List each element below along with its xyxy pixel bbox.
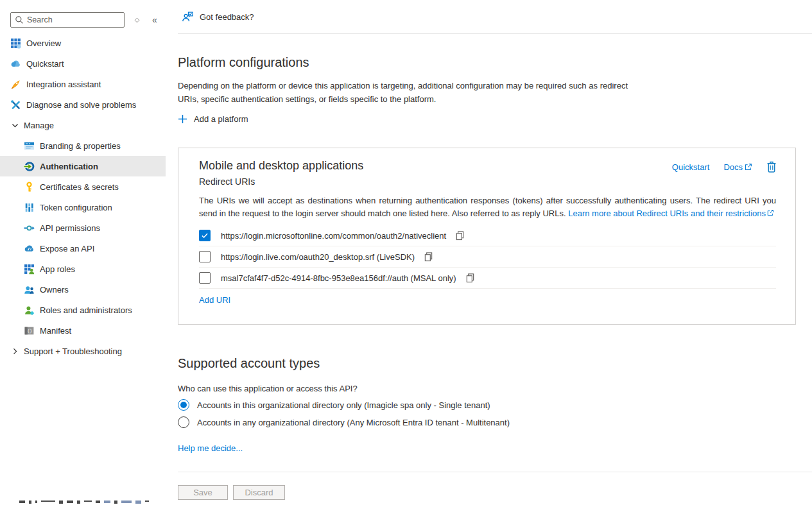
docs-link[interactable]: Docs (723, 162, 752, 172)
sidebar-item-diagnose[interactable]: Diagnose and solve problems (0, 94, 166, 115)
sidebar-item-label: App roles (40, 264, 75, 274)
command-bar: Got feedback? (178, 0, 812, 34)
sidebar-nav: Overview Quickstart Integration assistan… (0, 33, 166, 361)
docs-link-label: Docs (723, 162, 743, 172)
account-type-option-label: Accounts in this organizational director… (197, 400, 490, 410)
copy-icon[interactable] (455, 230, 465, 241)
delete-platform-trash-icon[interactable] (766, 161, 777, 173)
pin-diamond-icon[interactable] (134, 17, 141, 24)
plus-icon (178, 114, 187, 124)
sidebar-group-support[interactable]: Support + Troubleshooting (0, 341, 166, 361)
sidebar-item-roles-administrators[interactable]: Roles and administrators (0, 300, 166, 320)
sidebar-item-label: Diagnose and solve problems (26, 100, 136, 110)
account-type-option-label: Accounts in any organizational directory… (197, 418, 510, 427)
sidebar-item-api-permissions[interactable]: API permissions (0, 218, 166, 238)
add-platform-button[interactable]: Add a platform (178, 114, 248, 124)
add-uri-link[interactable]: Add URI (199, 295, 230, 305)
collapse-sidebar-icon[interactable]: « (152, 15, 157, 25)
sidebar-group-label: Support + Troubleshooting (24, 347, 122, 356)
mobile-desktop-applications-card: Mobile and desktop applications Redirect… (178, 148, 796, 325)
sidebar-item-label: Owners (40, 285, 69, 295)
learn-more-link[interactable]: Learn more about Redirect URIs and their… (568, 209, 766, 218)
redirect-uri-row: msal7cfaf4f7-d52c-4914-8fbc-953e8ea156df… (199, 268, 776, 289)
branding-icon (24, 141, 35, 151)
add-platform-label: Add a platform (194, 114, 248, 124)
redirect-uri-list: https://login.microsoftonline.com/common… (199, 225, 776, 289)
sidebar-item-label: Token configuration (40, 203, 112, 212)
supported-account-types-title: Supported account types (178, 356, 320, 371)
sidebar-item-overview[interactable]: Overview (0, 33, 166, 53)
copy-icon[interactable] (465, 273, 475, 283)
chevron-down-icon (10, 121, 19, 130)
sidebar-item-label: Authentication (40, 162, 98, 171)
sidebar: « Overview Quickstart Integration assist… (0, 0, 166, 505)
external-link-icon (766, 209, 774, 217)
sidebar-item-label: Overview (26, 39, 61, 48)
redirect-uri-value: https://login.microsoftonline.com/common… (221, 231, 446, 241)
card-title: Mobile and desktop applications (199, 159, 363, 173)
sidebar-item-label: Certificates & secrets (40, 182, 119, 192)
sidebar-item-token-configuration[interactable]: Token configuration (0, 197, 166, 218)
sidebar-item-quickstart[interactable]: Quickstart (0, 53, 166, 74)
help-me-decide-link[interactable]: Help me decide... (178, 443, 243, 453)
card-header-links: Quickstart Docs (672, 161, 777, 173)
got-feedback-label: Got feedback? (200, 12, 254, 22)
feedback-icon (182, 11, 194, 23)
redirect-uri-row: https://login.live.com/oauth20_desktop.s… (199, 246, 776, 268)
uri-checkbox-checked[interactable] (199, 230, 211, 241)
redirect-uri-row: https://login.microsoftonline.com/common… (199, 225, 776, 246)
sidebar-item-label: Roles and administrators (40, 305, 132, 315)
sidebar-item-branding[interactable]: Branding & properties (0, 135, 166, 156)
redirect-uris-description: The URIs we will accept as destinations … (199, 194, 776, 220)
search-input[interactable] (27, 15, 120, 24)
sidebar-item-expose-api[interactable]: Expose an API (0, 238, 166, 259)
platform-configurations-title: Platform configurations (178, 55, 309, 70)
footer-buttons: Save Discard (178, 485, 285, 500)
search-box[interactable] (10, 12, 125, 28)
footer-divider (178, 472, 812, 472)
manifest-icon: {} (24, 325, 35, 336)
discard-button[interactable]: Discard (233, 485, 285, 500)
clipped-text (19, 501, 149, 505)
sidebar-item-certificates[interactable]: Certificates & secrets (0, 176, 166, 197)
sidebar-item-label: Manifest (40, 326, 71, 336)
chevron-right-icon (10, 347, 19, 355)
sidebar-group-manage[interactable]: Manage (0, 115, 166, 135)
sidebar-item-integration-assistant[interactable]: Integration assistant (0, 74, 166, 94)
got-feedback-button[interactable]: Got feedback? (182, 11, 254, 23)
quickstart-link[interactable]: Quickstart (672, 162, 710, 172)
sidebar-item-app-roles[interactable]: App roles (0, 259, 166, 279)
svg-text:{}: {} (27, 329, 32, 334)
sidebar-item-label: Integration assistant (26, 80, 101, 89)
sidebar-item-owners[interactable]: Owners (0, 279, 166, 300)
radio-unselected[interactable] (178, 416, 189, 428)
owners-icon (24, 284, 35, 295)
copy-icon[interactable] (424, 252, 433, 262)
sidebar-item-label: Quickstart (26, 59, 64, 69)
uri-checkbox-unchecked[interactable] (199, 272, 211, 284)
overview-icon (10, 38, 21, 49)
sidebar-item-manifest[interactable]: {} Manifest (0, 320, 166, 341)
quickstart-icon (10, 58, 21, 69)
sidebar-item-label: API permissions (40, 223, 100, 233)
account-type-option-single-tenant[interactable]: Accounts in this organizational director… (178, 399, 490, 411)
sidebar-item-label: Expose an API (40, 244, 94, 253)
sidebar-search-row: « (0, 0, 166, 31)
expose-api-icon (24, 243, 35, 254)
app-roles-icon (24, 264, 35, 275)
redirect-uri-value: https://login.live.com/oauth20_desktop.s… (221, 252, 415, 262)
diagnose-icon (10, 99, 21, 110)
sidebar-item-label: Branding & properties (40, 141, 121, 151)
external-link-icon (744, 163, 752, 171)
save-button[interactable]: Save (178, 485, 228, 500)
account-type-option-multitenant[interactable]: Accounts in any organizational directory… (178, 416, 510, 428)
radio-selected[interactable] (178, 399, 189, 411)
certificates-icon (24, 182, 35, 193)
sidebar-item-authentication[interactable]: Authentication (0, 156, 166, 176)
roles-administrators-icon (24, 305, 35, 316)
search-icon (15, 15, 24, 24)
redirect-uri-value: msal7cfaf4f7-d52c-4914-8fbc-953e8ea156df… (221, 273, 456, 283)
token-configuration-icon (24, 202, 35, 213)
uri-checkbox-unchecked[interactable] (199, 251, 211, 262)
sidebar-group-label: Manage (24, 121, 54, 130)
